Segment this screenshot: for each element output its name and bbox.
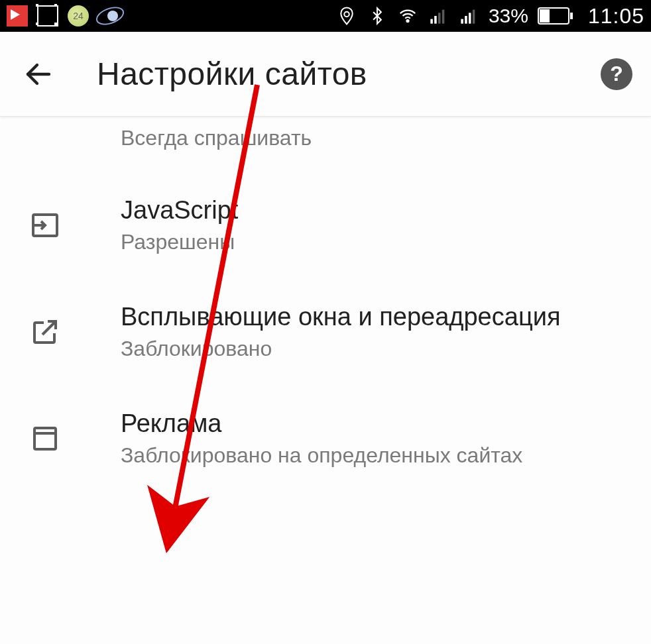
arrow-left-icon bbox=[23, 58, 54, 90]
help-button[interactable]: ? bbox=[601, 58, 632, 90]
item-subtitle: Разрешены bbox=[121, 229, 632, 256]
svg-rect-5 bbox=[442, 10, 445, 24]
wifi-icon bbox=[397, 5, 418, 27]
app-icon-2 bbox=[37, 5, 58, 27]
item-title: Реклама bbox=[121, 408, 632, 440]
app-bar: Настройки сайтов ? bbox=[0, 32, 651, 117]
svg-rect-7 bbox=[465, 16, 467, 24]
svg-rect-12 bbox=[570, 13, 573, 19]
page-title: Настройки сайтов bbox=[97, 56, 367, 92]
svg-rect-8 bbox=[469, 13, 471, 23]
enter-icon bbox=[27, 209, 64, 241]
item-subtitle: Всегда спрашивать bbox=[121, 125, 632, 152]
settings-list: Всегда спрашивать JavaScript Разрешены В… bbox=[0, 117, 651, 492]
item-subtitle: Заблокировано bbox=[121, 335, 632, 363]
settings-item-popups[interactable]: Всплывающие окна и переадресация Заблоки… bbox=[0, 279, 651, 386]
signal-1-icon bbox=[428, 5, 449, 27]
svg-point-0 bbox=[344, 12, 349, 17]
settings-item-previous[interactable]: Всегда спрашивать bbox=[0, 117, 651, 172]
item-title: JavaScript bbox=[121, 195, 632, 227]
battery-percentage: 33% bbox=[489, 5, 528, 27]
settings-page: Настройки сайтов ? Всегда спрашивать Jav… bbox=[0, 32, 651, 644]
question-icon: ? bbox=[610, 62, 623, 86]
app-icon-1 bbox=[7, 5, 28, 27]
settings-item-ads[interactable]: Реклама Заблокировано на определенных са… bbox=[0, 386, 651, 492]
svg-rect-4 bbox=[438, 13, 441, 23]
signal-2-icon bbox=[458, 5, 479, 27]
svg-point-1 bbox=[406, 20, 408, 22]
svg-rect-3 bbox=[434, 16, 437, 24]
status-right-icons: 33% 11:05 bbox=[336, 4, 644, 28]
open-external-icon bbox=[27, 316, 64, 348]
window-icon bbox=[27, 423, 64, 455]
app-icon-4 bbox=[98, 5, 122, 27]
svg-rect-11 bbox=[540, 9, 550, 23]
svg-rect-2 bbox=[430, 19, 433, 24]
item-title: Всплывающие окна и переадресация bbox=[121, 301, 632, 333]
back-button[interactable] bbox=[20, 56, 57, 93]
svg-rect-6 bbox=[461, 19, 463, 24]
item-subtitle: Заблокировано на определенных сайтах bbox=[121, 442, 632, 470]
settings-item-javascript[interactable]: JavaScript Разрешены bbox=[0, 172, 651, 279]
app-icon-3: 24 bbox=[68, 5, 89, 27]
svg-rect-15 bbox=[34, 428, 56, 449]
bluetooth-icon bbox=[367, 5, 388, 27]
status-bar: 24 33% 11:05 bbox=[0, 0, 651, 32]
location-icon bbox=[336, 5, 357, 27]
battery-icon bbox=[538, 5, 573, 27]
clock: 11:05 bbox=[588, 4, 644, 28]
svg-rect-9 bbox=[473, 10, 475, 24]
status-left-icons: 24 bbox=[7, 5, 122, 27]
